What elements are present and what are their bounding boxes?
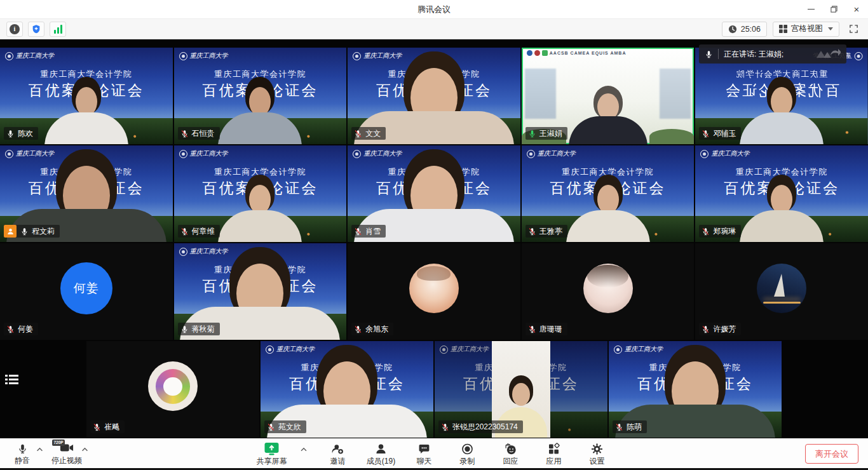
university-seal-icon — [353, 150, 361, 158]
virtual-bg-school-line: 重庆工商大学会计学院 — [0, 69, 173, 80]
participant-tile[interactable]: 唐珊珊 — [522, 243, 695, 340]
meeting-info-button[interactable]: i — [6, 22, 23, 37]
restore-icon — [831, 6, 837, 13]
video-quality-badge: 720P — [52, 440, 65, 446]
meeting-statusbar: i 25:06 宫格视图 — [0, 19, 868, 39]
participant-tile[interactable]: 余旭东 — [348, 243, 520, 340]
participant-tile[interactable]: 重庆工商大学重庆工商大学会计学院百优案例论证会石恒贵 — [174, 48, 347, 144]
participant-name-tag: 陈欢 — [4, 127, 38, 140]
participant-tile[interactable]: 重庆工商大学重庆工商大学会计学院百优案例论证会张锐思2022305174 — [435, 341, 607, 438]
record-icon — [461, 443, 474, 455]
minimize-icon — [808, 9, 815, 10]
apps-label: 应用 — [546, 457, 562, 465]
participant-tile[interactable]: 重庆工商大学重庆工商大学会计学院百优案例论证会何章维 — [174, 145, 347, 242]
logo-chip — [534, 50, 540, 56]
university-logo-text: 重庆工商大学 — [363, 149, 402, 158]
university-logo: 重庆工商大学 — [179, 247, 228, 256]
fullscreen-button[interactable] — [845, 22, 862, 37]
university-seal-icon — [855, 52, 863, 60]
agenda-list-toggle[interactable] — [5, 373, 19, 389]
participant-name: 何章维 — [192, 226, 215, 237]
close-button[interactable]: × — [845, 0, 868, 18]
meeting-timer[interactable]: 25:06 — [722, 22, 767, 37]
chevron-up-icon — [36, 447, 43, 452]
university-logo-text: 重庆工商大学 — [190, 51, 228, 60]
university-logo-text: 重庆工商大学 — [451, 345, 489, 354]
speaking-toast: 正在讲话: 王淑娟; — [699, 44, 846, 64]
chat-icon — [418, 443, 431, 455]
share-options-chevron[interactable] — [299, 434, 309, 464]
network-quality-button[interactable] — [50, 22, 66, 37]
university-seal-icon — [266, 346, 274, 354]
mic-status-icon — [180, 129, 189, 138]
participant-tile[interactable]: 崔飚 — [86, 341, 259, 438]
speaking-toast-text: 正在讲话: 王淑娟; — [724, 49, 783, 60]
university-logo: 重庆工商大学 — [353, 51, 402, 60]
university-seal-icon — [179, 150, 187, 158]
virtual-bg-school-line: 重庆工商大学会计学院 — [522, 166, 695, 178]
university-seal-icon — [179, 52, 187, 60]
bush-right — [649, 129, 695, 144]
participant-name: 余旭东 — [365, 324, 388, 335]
virtual-bg-school-line: 重庆工商大学会计学院 — [609, 362, 782, 373]
mute-label: 静音 — [15, 457, 30, 464]
university-logo: 重庆工商大学 — [614, 345, 663, 354]
participant-name-tag: 文文 — [351, 127, 386, 140]
participant-name-tag: 邓辅玉 — [699, 127, 741, 140]
stop-video-button[interactable]: 720P 停止视频 — [51, 439, 82, 468]
participant-tile[interactable]: 重庆工商大学重庆工商大学会计学院百优案例论证会文文 — [348, 48, 520, 144]
participant-tile[interactable]: AACSB CAMEA EQUIS AMBA王淑娟 — [522, 48, 695, 144]
virtual-bg-event-line: 百优案例论证会 — [348, 81, 520, 100]
close-icon: × — [854, 4, 860, 14]
mic-status-icon — [93, 422, 101, 432]
mic-options-chevron[interactable] — [34, 434, 45, 464]
virtual-bg-school-line: 重庆工商大学会计学院 — [348, 166, 520, 178]
chat-label: 聊天 — [417, 457, 432, 465]
participant-name-tag: 蒋秋菊 — [178, 323, 220, 335]
participant-name: 何姜 — [18, 324, 33, 335]
members-button[interactable]: 成员(19) — [367, 439, 396, 468]
participant-tile[interactable]: 重庆工商大学重庆工商大学会计学院百优案例论证会陈萌 — [609, 341, 782, 438]
minimize-button[interactable] — [799, 0, 822, 18]
view-mode-dropdown[interactable]: 宫格视图 — [773, 22, 839, 37]
university-seal-icon — [353, 52, 361, 60]
participant-name: 文文 — [365, 128, 381, 139]
chat-button[interactable]: 聊天 — [410, 439, 439, 468]
virtual-bg-school-line: 重庆工商大学会计学院 — [174, 166, 347, 178]
toast-divider — [718, 49, 719, 59]
mic-status-icon — [354, 129, 362, 138]
participant-tile[interactable]: 重庆工商大学重庆工商大学会计学院百优案例论证会肖雪 — [348, 145, 520, 242]
mic-status-icon — [20, 227, 29, 236]
participant-tile[interactable]: 重庆工商大学重庆工商大学会计学院百优案例论证会陈欢 — [0, 48, 173, 144]
gear-icon — [591, 443, 604, 455]
participant-tile[interactable]: 何姜何姜 — [0, 243, 173, 340]
invite-button[interactable]: 邀请 — [323, 439, 353, 468]
video-options-chevron[interactable] — [79, 434, 90, 464]
participant-tile[interactable]: 许媛芳 — [695, 243, 868, 340]
participant-tile[interactable]: 重庆工商大学重庆工商大学会计学院百优案例论证会蒋秋菊 — [174, 243, 347, 340]
university-logo: 重庆工商大学 — [5, 51, 54, 60]
record-button[interactable]: 录制 — [453, 439, 482, 468]
leave-meeting-button[interactable]: 离开会议 — [805, 444, 858, 464]
participant-name: 许媛芳 — [713, 324, 736, 335]
mute-button[interactable]: 静音 — [8, 439, 37, 468]
share-screen-button[interactable]: 共享屏幕 — [257, 439, 287, 468]
meeting-toolbar: 静音 720P 停止视频 共享屏幕 邀请 成员(19) 聊天 — [0, 438, 868, 468]
settings-button[interactable]: 设置 — [583, 439, 612, 468]
participant-tile[interactable]: 重庆工商大学重庆工商大学会计学院百优案例论证会郑琬琳 — [695, 145, 868, 242]
participant-tile[interactable]: 重庆工商大学重庆工商大学会计学院百优案例论证会王雅葶 — [522, 145, 695, 242]
virtual-bg-event-line: 百优案例论证会 — [695, 178, 868, 198]
mic-status-icon — [702, 227, 710, 236]
reactions-button[interactable]: 回应 — [496, 439, 526, 468]
logo-chip — [542, 50, 548, 56]
participant-tile[interactable]: 重庆工商大学重庆工商大学会计学院百优案例论证会苑文欣 — [261, 341, 433, 438]
restore-button[interactable] — [822, 0, 845, 18]
avatar — [583, 264, 633, 313]
participant-name: 王雅葶 — [539, 226, 562, 237]
security-shield-icon — [31, 24, 41, 34]
window-title: 腾讯会议 — [0, 4, 868, 15]
apps-button[interactable]: 应用 — [539, 439, 569, 468]
security-button[interactable] — [28, 22, 44, 37]
participant-tile[interactable]: 重庆工商大学重庆工商大学会计学院百优案例论证会程文莉 — [0, 145, 173, 242]
invite-label: 邀请 — [330, 457, 346, 465]
